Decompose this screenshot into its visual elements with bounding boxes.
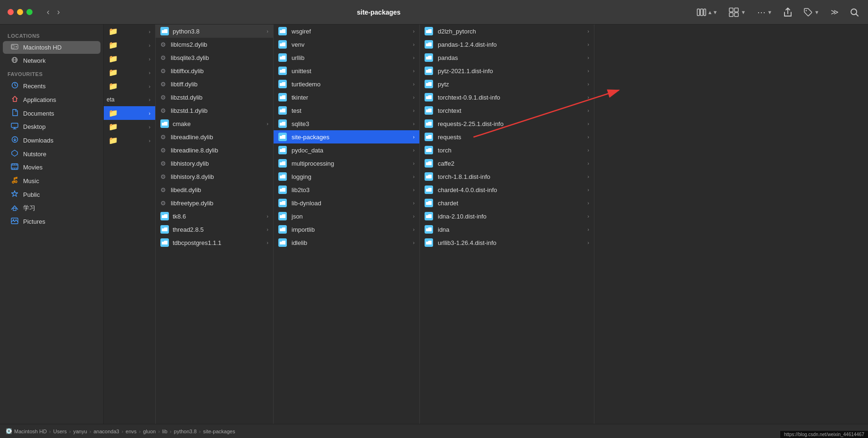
- list-item[interactable]: ⚙ libhistory.dylib: [156, 157, 273, 170]
- minimize-button[interactable]: [17, 9, 23, 15]
- list-item[interactable]: tk8.6 ›: [156, 210, 273, 223]
- file-item-name: eta: [107, 96, 146, 103]
- sidebar-item-movies[interactable]: Movies: [3, 161, 100, 174]
- list-item[interactable]: idna ›: [420, 223, 594, 236]
- sidebar-item-downloads[interactable]: Downloads: [3, 134, 100, 147]
- list-item[interactable]: ⚙ libzstd.1.dylib: [156, 104, 273, 117]
- breadcrumb-gluon[interactable]: gluon: [143, 429, 156, 434]
- grid-view-button[interactable]: ▼: [727, 6, 748, 19]
- sidebar-item-documents[interactable]: Documents: [3, 107, 100, 120]
- list-item[interactable]: d2lzh_pytorch ›: [420, 25, 594, 38]
- list-item[interactable]: pytz-2021.1.dist-info ›: [420, 64, 594, 77]
- list-item[interactable]: eta ›: [104, 93, 155, 106]
- list-item[interactable]: pydoc_data ›: [274, 143, 419, 157]
- list-item[interactable]: ⚙ libtiff.dylib: [156, 77, 273, 91]
- list-item[interactable]: importlib ›: [274, 223, 419, 236]
- folder-icon: [278, 238, 287, 247]
- breadcrumb-users[interactable]: Users: [53, 429, 67, 434]
- list-item[interactable]: ⚙ libreadline.dylib: [156, 130, 273, 143]
- breadcrumb-envs[interactable]: envs: [125, 429, 136, 434]
- sidebar-item-macintosh-hd[interactable]: Macintosh HD: [3, 41, 100, 54]
- breadcrumb-yanyu[interactable]: yanyu: [73, 429, 87, 434]
- list-item[interactable]: 📁 ›: [104, 25, 155, 38]
- sidebar-item-recents[interactable]: Recents: [3, 79, 100, 93]
- close-button[interactable]: [8, 9, 14, 15]
- list-item[interactable]: pandas ›: [420, 51, 594, 64]
- search-button[interactable]: [848, 6, 860, 18]
- folder-icon: 📁: [108, 68, 118, 77]
- list-item[interactable]: requests ›: [420, 130, 594, 143]
- list-item[interactable]: ⚙ libsqlite3.dylib: [156, 51, 273, 64]
- list-item[interactable]: idlelib ›: [274, 236, 419, 249]
- breadcrumb-python38[interactable]: python3.8: [174, 429, 197, 434]
- list-item[interactable]: torchtext ›: [420, 104, 594, 117]
- list-item[interactable]: torchtext-0.9.1.dist-info ›: [420, 91, 594, 104]
- list-item[interactable]: json ›: [274, 210, 419, 223]
- list-item[interactable]: chardet-4.0.0.dist-info ›: [420, 183, 594, 196]
- list-item[interactable]: ⚙ libedit.dylib: [156, 183, 273, 196]
- share-button[interactable]: [782, 6, 794, 19]
- list-item[interactable]: ⚙ libreadline.8.dylib: [156, 143, 273, 157]
- list-item[interactable]: ⚙ libhistory.8.dylib: [156, 170, 273, 183]
- list-item[interactable]: lib2to3 ›: [274, 183, 419, 196]
- breadcrumb-site-packages[interactable]: site-packages: [203, 429, 235, 434]
- list-item[interactable]: 📁 ›: [104, 66, 155, 79]
- breadcrumb-anaconda3[interactable]: anaconda3: [93, 429, 119, 434]
- list-item-torch[interactable]: torch ›: [420, 143, 594, 157]
- sidebar-item-public[interactable]: Public: [3, 188, 100, 201]
- list-item[interactable]: ⚙ liblcms2.dylib: [156, 38, 273, 51]
- list-item[interactable]: 📁 ›: [104, 134, 155, 147]
- svg-rect-5: [729, 13, 733, 17]
- breadcrumb-lib[interactable]: lib: [162, 429, 167, 434]
- list-item[interactable]: 📁 ›: [104, 52, 155, 66]
- maximize-button[interactable]: [26, 9, 33, 15]
- list-item[interactable]: requests-2.25.1.dist-info ›: [420, 117, 594, 130]
- forward-button[interactable]: ›: [54, 6, 63, 18]
- expand-button[interactable]: ≫: [829, 6, 841, 18]
- list-item[interactable]: test ›: [274, 104, 419, 117]
- sidebar-item-network[interactable]: Network: [3, 54, 100, 67]
- list-item[interactable]: tdbcpostgres1.1.1 ›: [156, 236, 273, 249]
- list-item[interactable]: logging ›: [274, 170, 419, 183]
- list-item[interactable]: caffe2 ›: [420, 157, 594, 170]
- list-item[interactable]: multiprocessing ›: [274, 157, 419, 170]
- list-item[interactable]: thread2.8.5 ›: [156, 223, 273, 236]
- sidebar-item-pictures[interactable]: Pictures: [3, 215, 100, 228]
- list-item[interactable]: ⚙ libtiffxx.dylib: [156, 64, 273, 77]
- list-item[interactable]: pandas-1.2.4.dist-info ›: [420, 38, 594, 51]
- list-item[interactable]: torch-1.8.1.dist-info ›: [420, 170, 594, 183]
- sidebar-item-applications[interactable]: Applications: [3, 93, 100, 106]
- list-item[interactable]: idna-2.10.dist-info ›: [420, 210, 594, 223]
- list-item[interactable]: cmake ›: [156, 117, 273, 130]
- list-item[interactable]: pytz ›: [420, 77, 594, 91]
- breadcrumb-macintosh-hd[interactable]: 💽 Macintosh HD: [6, 428, 47, 434]
- back-button[interactable]: ‹: [44, 6, 52, 18]
- list-item[interactable]: python3.8 ›: [156, 25, 273, 38]
- list-item[interactable]: unittest ›: [274, 64, 419, 77]
- list-item[interactable]: chardet ›: [420, 196, 594, 210]
- list-item[interactable]: ⚙ libfreetype.dylib: [156, 196, 273, 210]
- list-item[interactable]: lib-dynload ›: [274, 196, 419, 210]
- list-item[interactable]: 📁 ›: [104, 120, 155, 134]
- list-item[interactable]: ⚙ libzstd.dylib: [156, 91, 273, 104]
- list-item[interactable]: urllib ›: [274, 51, 419, 64]
- file-icon: ⚙: [160, 200, 166, 207]
- list-item[interactable]: 📁 ›: [104, 38, 155, 52]
- list-item[interactable]: sqlite3 ›: [274, 117, 419, 130]
- view-toggle-button[interactable]: ▲▼: [695, 7, 720, 18]
- list-item[interactable]: urllib3-1.26.4.dist-info ›: [420, 236, 594, 249]
- sidebar-item-desktop[interactable]: Desktop: [3, 120, 100, 133]
- more-options-button[interactable]: ⋯ ▼: [755, 5, 774, 19]
- sidebar-item-nutstore[interactable]: Nutstore: [3, 147, 100, 160]
- sidebar-item-xuexi[interactable]: 学习: [3, 202, 100, 215]
- list-item[interactable]: tkinter ›: [274, 91, 419, 104]
- sidebar-item-music[interactable]: Music: [3, 174, 100, 187]
- list-item[interactable]: wsgiref ›: [274, 25, 419, 38]
- tag-button[interactable]: ▼: [801, 6, 821, 19]
- list-item-site-packages[interactable]: site-packages ›: [274, 130, 419, 143]
- list-item[interactable]: venv ›: [274, 38, 419, 51]
- svg-rect-2: [704, 9, 706, 16]
- list-item[interactable]: turtledemo ›: [274, 77, 419, 91]
- list-item[interactable]: 📁 ›: [104, 79, 155, 93]
- list-item[interactable]: 📁 ›: [104, 106, 155, 120]
